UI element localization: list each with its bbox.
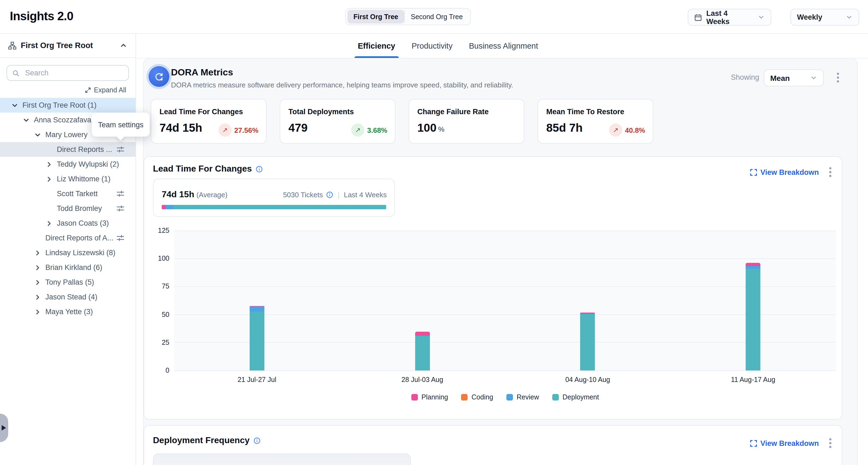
tree-item[interactable]: Lindsay Liszewski (8)	[0, 245, 135, 260]
page-title: Insights 2.0	[10, 9, 73, 24]
chevron-down-icon	[758, 14, 765, 21]
deployment-menu-kebab-icon[interactable]	[828, 437, 833, 450]
tree-item[interactable]: Todd Bromley	[0, 201, 135, 216]
stacked-bar[interactable]	[415, 332, 430, 370]
metric-delta-value: 3.68%	[367, 126, 387, 134]
showing-value: Mean	[770, 73, 790, 82]
sidebar-expand-handle[interactable]	[0, 414, 8, 442]
org-tree-tab[interactable]: First Org Tree	[347, 10, 404, 24]
metric-title: Total Deployments	[288, 107, 354, 116]
search-input[interactable]	[24, 68, 123, 78]
tree-item[interactable]: Jason Stead (4)	[0, 289, 135, 304]
chevron-right-icon[interactable]	[34, 278, 41, 286]
bar-segment-review	[250, 307, 265, 312]
metric-value: 479	[288, 121, 308, 134]
trend-arrow-icon: ↗	[351, 123, 364, 136]
metric-value: 74d 15h	[159, 121, 202, 134]
y-tick-label: 0	[144, 367, 169, 374]
gridline	[174, 230, 836, 231]
dora-metrics-icon	[149, 66, 169, 87]
org-tree-icon	[8, 41, 17, 50]
granularity-dropdown[interactable]: Weekly	[790, 9, 859, 26]
tree-indent-spacer	[45, 190, 53, 197]
y-axis-labels: 0255075100125	[144, 230, 169, 370]
stacked-bar[interactable]	[580, 313, 595, 370]
chevron-right-icon[interactable]	[45, 219, 53, 227]
bar-segment-review	[746, 266, 761, 269]
tree-item[interactable]: Brian Kirkland (6)	[0, 260, 135, 275]
metric-delta-badge: ↗27.56%	[218, 123, 258, 136]
team-settings-icon[interactable]	[116, 190, 125, 198]
team-settings-icon[interactable]	[116, 145, 125, 154]
metric-card: Mean Time To Restore85d 7h↗40.8%	[537, 99, 653, 144]
team-settings-tooltip: Team settings	[92, 113, 150, 136]
tree-item-label: Jason Stead (4)	[45, 293, 97, 301]
chevron-right-icon[interactable]	[34, 249, 41, 256]
tree-item[interactable]: First Org Tree Root (1)	[0, 98, 135, 113]
chevron-down-icon[interactable]	[34, 131, 41, 138]
tree-item[interactable]: Jason Coats (3)	[0, 216, 135, 230]
tree-item[interactable]: Maya Yette (3)	[0, 304, 135, 319]
stacked-bar[interactable]	[746, 263, 761, 370]
tree-item[interactable]: Direct Reports ...	[0, 142, 135, 157]
sidebar-header[interactable]: First Org Tree Root	[0, 33, 135, 58]
dora-panel: DORA Metrics DORA metrics measure softwa…	[143, 58, 858, 465]
showing-dropdown[interactable]: Mean	[764, 69, 824, 86]
tree-item-label: Brian Kirkland (6)	[45, 264, 102, 272]
info-icon[interactable]	[253, 437, 260, 444]
tree-item[interactable]: Teddy Wylupski (2)	[0, 157, 135, 172]
metric-card: Total Deployments479↗3.68%	[280, 99, 396, 144]
chevron-down-icon[interactable]	[11, 101, 19, 109]
chart-legend: PlanningCodingReviewDeployment	[174, 394, 836, 401]
chevron-right-icon[interactable]	[45, 160, 53, 168]
tree-item-label: Direct Reports of A...	[45, 234, 113, 242]
org-tree-tab[interactable]: Second Org Tree	[405, 10, 469, 24]
stacked-bar[interactable]	[250, 306, 265, 370]
org-tree-sidebar: First Org Tree Root Expand All First Org…	[0, 33, 136, 465]
lead-time-card: Lead Time For Changes View Breakdown	[144, 156, 842, 420]
search-icon	[12, 69, 20, 77]
y-tick-label: 100	[144, 255, 169, 262]
tree-item-label: Lindsay Liszewski (8)	[45, 249, 116, 257]
tree-item-label: Scott Tarkett	[57, 190, 98, 198]
chevron-right-icon[interactable]	[34, 264, 41, 271]
metric-value: 85d 7h	[546, 121, 583, 134]
x-axis-labels: 21 Jul-27 Jul28 Jul-03 Aug04 Aug-10 Aug1…	[174, 376, 836, 385]
chevron-down-icon	[810, 74, 817, 82]
metric-delta-value: 40.8%	[625, 126, 645, 134]
tree-item[interactable]: Liz Whittome (1)	[0, 172, 135, 186]
chevron-down-icon	[846, 14, 853, 21]
chevron-right-icon[interactable]	[34, 293, 41, 301]
tab-productivity[interactable]: Productivity	[412, 33, 453, 58]
chevron-up-icon[interactable]	[120, 41, 127, 49]
tab-efficiency[interactable]: Efficiency	[358, 33, 395, 58]
gridline	[174, 370, 836, 371]
y-tick-label: 75	[144, 283, 169, 290]
tree-item[interactable]: Direct Reports of A...	[0, 230, 135, 245]
deployment-summary-placeholder	[153, 454, 411, 465]
dora-menu-kebab-icon[interactable]	[835, 71, 841, 84]
team-settings-icon[interactable]	[116, 234, 125, 242]
chevron-down-icon[interactable]	[22, 116, 30, 124]
view-breakdown-button[interactable]: View Breakdown	[750, 439, 819, 447]
chevron-right-icon[interactable]	[45, 175, 53, 183]
x-tick-label: 21 Jul-27 Jul	[219, 376, 295, 383]
tree-item-label: Direct Reports ...	[57, 145, 112, 154]
trend-arrow-icon: ↗	[609, 123, 622, 136]
expand-all-button[interactable]: Expand All	[0, 86, 126, 94]
metric-title: Lead Time For Changes	[159, 107, 243, 116]
tree-item-label: Teddy Wylupski (2)	[57, 160, 119, 168]
expand-icon	[85, 87, 91, 93]
bar-segment-planning	[746, 263, 761, 266]
expand-all-label: Expand All	[94, 86, 126, 94]
tree-item[interactable]: Tony Pallas (5)	[0, 275, 135, 289]
search-box[interactable]	[6, 65, 129, 81]
team-settings-icon[interactable]	[116, 204, 125, 213]
dora-subtitle: DORA metrics measure software delivery p…	[171, 81, 513, 89]
tree-item[interactable]: Scott Tarkett	[0, 186, 135, 201]
legend-label: Review	[517, 394, 539, 401]
tab-business-alignment[interactable]: Business Alignment	[469, 33, 538, 58]
period-dropdown[interactable]: Last 4 Weeks	[688, 9, 771, 26]
chevron-right-icon[interactable]	[34, 308, 41, 315]
breakdown-corners-icon	[750, 440, 757, 447]
